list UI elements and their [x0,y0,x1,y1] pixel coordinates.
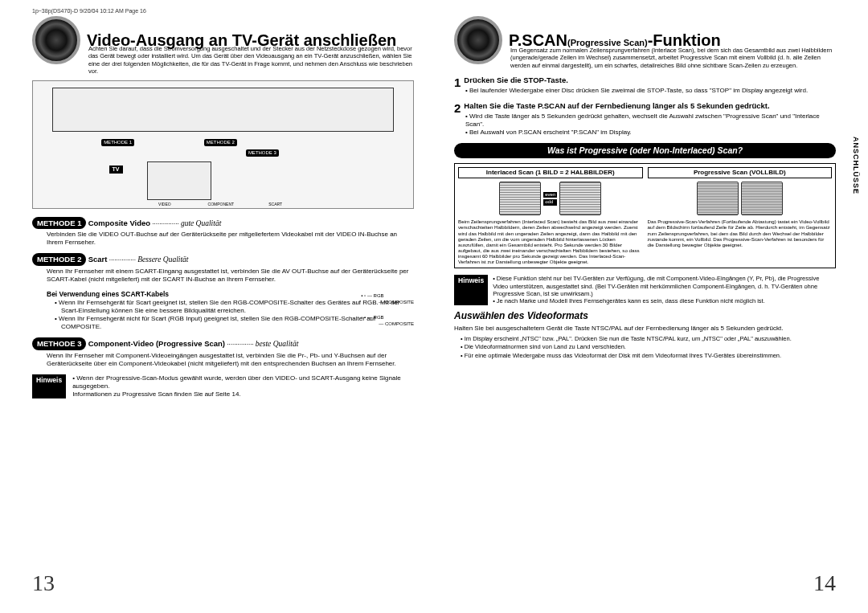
step-2: 2 Halten Sie die Taste P.SCAN auf der Fe… [454,101,836,137]
scan-box: Interlaced Scan (1 BILD = 2 HALBBILDER) … [454,163,836,268]
method3-label: METHODE 3 [32,337,86,350]
diagram-m1: METHODE 1 [101,139,134,147]
page-num-right: 14 [813,569,836,597]
frame-icon [559,182,601,215]
format-l3: • Für eine optimale Wiedergabe muss das … [461,352,836,359]
tv-label: TV [109,166,123,174]
step1-body: • Bei laufender Wiedergabe einer Disc dr… [465,87,836,95]
frame-icon [741,182,783,215]
jack-scart: SCART [268,202,282,206]
method3-qual: beste Qualität [256,340,299,348]
speaker-icon [32,16,80,64]
col1-desc: Beim Zeilensprungverfahren (Interlaced S… [458,219,643,264]
step1-num: 1 [454,76,461,91]
left-hinweis-l1: • Wenn der Progressive-Scan-Modus gewähl… [72,374,414,390]
page-num-left: 13 [32,569,55,597]
switch-diagram: ▪ ▫ — RGB — COMPOSITE ▫ ▪ — RGB — COMPOS… [361,293,414,327]
method1: METHODE 1 Composite Video ··············… [32,217,414,247]
step2-title: Halten Sie die Taste P.SCAN auf der Fern… [464,101,769,110]
even-label: even [543,192,557,198]
pscan-mid: (Progressive Scan) [567,38,648,47]
header-meta: 1p~38p(DS470)-D 9/20/04 10:12 AM Page 16 [32,8,146,15]
right-intro: Im Gegensatz zum normalen Zeilensprungve… [510,47,836,69]
format-intro: Halten Sie bei ausgeschaltetem Gerät die… [454,325,836,333]
page-right: ANSCHLÜSSE P.SCAN(Progressive Scan)-Funk… [454,16,836,597]
hinweis-label-right: Hinweis [454,275,488,305]
method2-body: Wenn Ihr Fernseher mit einem SCART-Einga… [47,268,414,284]
format-h: Auswählen des Videoformats [454,310,836,322]
col1-h: Interlaced Scan (1 BILD = 2 HALBBILDER) [458,167,643,178]
step2-body: • Wird die Taste länger als 5 Sekunden g… [465,112,836,137]
device-diagram: TV METHODE 1 METHODE 2 METHODE 3 VIDEO C… [32,80,414,209]
step2-num: 2 [454,101,461,116]
hinweis-label-left: Hinweis [32,374,66,398]
rh-line1: • Diese Funktion steht nur bei TV-Geräte… [493,275,836,297]
method1-label: METHODE 1 [32,217,86,230]
format-list: • Im Display erscheint „NTSC" bzw. „PAL"… [461,335,836,359]
left-hinweis: Hinweis • Wenn der Progressive-Scan-Modu… [32,374,414,398]
step-1: 1 Drücken Sie die STOP-Taste. • Bei lauf… [454,76,836,95]
frame-icon [499,182,541,215]
side-tab: ANSCHLÜSSE [851,137,860,194]
jack-component: COMPONENT [208,202,235,206]
col-interlaced: Interlaced Scan (1 BILD = 2 HALBBILDER) … [458,167,643,264]
method2-subh: Bei Verwendung eines SCART-Kabels [47,290,414,299]
format-l1: • Im Display erscheint „NTSC" bzw. „PAL"… [461,335,836,342]
frame-icon [697,182,739,215]
method2-bullets: • Wenn Ihr Fernsehgerät für Scart geeign… [55,299,414,331]
method1-title: Composite Video [88,219,150,227]
method2-label: METHODE 2 [32,253,86,266]
left-intro: Achten Sie darauf, dass die Stromversorg… [88,45,414,76]
method3-title: Component-Video (Progressive Scan) [88,339,225,348]
page-left: 1p~38p(DS470)-D 9/20/04 10:12 AM Page 16… [32,16,414,597]
odd-label: odd [543,199,557,206]
right-hinweis: Hinweis • Diese Funktion steht nur bei T… [454,275,836,305]
col2-desc: Das Progressive-Scan-Verfahren (Fortlauf… [648,219,833,247]
method2-b1: • Wenn Ihr Fernsehgerät für Scart geeign… [55,299,414,315]
speaker-icon [454,16,502,64]
jack-video: VIDEO [158,202,171,206]
method3: METHODE 3 Component-Video (Progressive S… [32,337,414,368]
method2-b2: • Wenn Ihr Fernsehgerät nicht für Scart … [55,315,414,331]
col-progressive: Progressive Scan (VOLLBILD) Das Progress… [648,167,833,264]
method1-body: Verbinden Sie die VIDEO OUT-Buchse auf d… [47,231,414,247]
left-hinweis-l2: Informationen zu Progressive Scan finden… [72,390,414,398]
method2-title: Scart [88,255,108,264]
method2-qual: Bessere Qualität [137,255,188,264]
method2: METHODE 2 Scart ··············· Bessere … [32,253,414,331]
diagram-m3: METHODE 3 [246,149,279,157]
method1-qual: gute Qualität [181,219,221,227]
col2-h: Progressive Scan (VOLLBILD) [648,167,833,178]
method3-body: Wenn Ihr Fernseher mit Component-Videoei… [47,352,414,368]
format-l2: • Die Videoformatnormen sind von Land zu… [461,343,836,350]
step1-title: Drücken Sie die STOP-Taste. [464,76,568,84]
diagram-m2: METHODE 2 [204,139,237,147]
banner: Was ist Progressive (oder Non-Interlaced… [454,143,836,158]
rh-line2: • Je nach Marke und Modell Ihres Fernseh… [493,297,836,304]
